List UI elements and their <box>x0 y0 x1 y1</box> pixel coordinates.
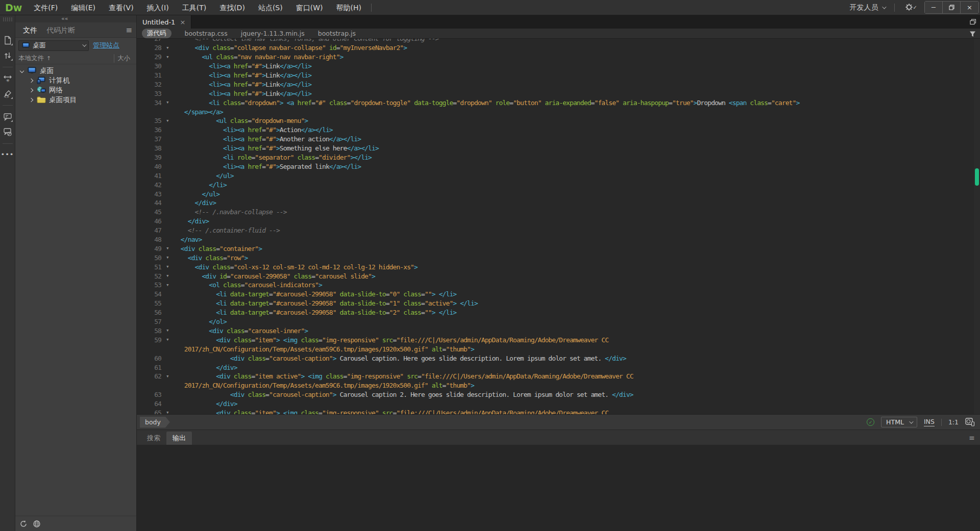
line-number[interactable]: 62 <box>137 372 161 380</box>
line-number[interactable]: 46 <box>137 217 161 225</box>
code-line-30[interactable]: 30 <li><a href="#">Link</a></li> <box>137 62 980 71</box>
menu-item-3[interactable]: 插入(I) <box>140 0 176 15</box>
line-number[interactable]: 50 <box>137 254 161 262</box>
code-line-wrap[interactable]: 2017/zh_CN/Configuration/Temp/Assets/eam… <box>137 344 980 353</box>
code-line-wrap[interactable]: 2017/zh_CN/Configuration/Temp/Assets/eam… <box>137 381 980 390</box>
line-number[interactable]: 30 <box>137 62 161 70</box>
line-number[interactable]: 48 <box>137 236 161 243</box>
code-line-52[interactable]: 52▼ <div id="carousel-299058" class="car… <box>137 271 980 281</box>
scrollbar-thumb[interactable] <box>975 168 979 186</box>
line-number[interactable]: 40 <box>137 163 161 170</box>
code-line-59[interactable]: 59▼ <div class="item"> <img class="img-r… <box>137 335 980 344</box>
code-fold-icon[interactable]: ▼ <box>161 274 174 278</box>
related-file[interactable]: jquery-1.11.3.min.js <box>241 30 305 37</box>
doctype-dropdown[interactable]: HTML <box>881 417 917 427</box>
code-line-32[interactable]: 32 <li><a href="#">Link</a></li> <box>137 80 980 89</box>
line-number[interactable]: 39 <box>137 154 161 161</box>
remove-comment-button[interactable] <box>2 126 13 138</box>
related-file[interactable]: bootstrap.js <box>318 30 356 37</box>
code-line-48[interactable]: 48 </nav> <box>137 235 980 244</box>
code-line-51[interactable]: 51▼ <div class="col-xs-12 col-sm-12 col-… <box>137 262 980 271</box>
code-line-55[interactable]: 55 <li data-target="#carousel-299058" da… <box>137 299 980 308</box>
code-fold-icon[interactable]: ▼ <box>161 46 174 50</box>
code-view[interactable]: 27 <!-- Collect the nav links, forms, an… <box>137 39 980 414</box>
menu-item-4[interactable]: 工具(T) <box>176 0 213 15</box>
tag-selector-body[interactable]: body <box>140 417 170 428</box>
code-line-64[interactable]: 64 </div> <box>137 399 980 409</box>
related-file-source[interactable]: 源代码 <box>142 29 172 38</box>
linting-ok-icon[interactable]: ✓ <box>867 418 874 426</box>
line-number[interactable]: 31 <box>137 71 161 79</box>
format-source-button[interactable]: <> <box>2 88 13 100</box>
code-fold-icon[interactable]: ▼ <box>161 246 174 250</box>
line-number[interactable]: 64 <box>137 400 161 408</box>
line-number[interactable]: 27 <box>137 39 161 42</box>
line-number[interactable]: 45 <box>137 208 161 216</box>
line-number[interactable]: 32 <box>137 81 161 88</box>
code-line-40[interactable]: 40 <li><a href="#">Separated link</a></l… <box>137 162 980 171</box>
insert-mode-indicator[interactable]: INS <box>924 418 935 426</box>
code-line-62[interactable]: 62▼ <div class="item active"> <img class… <box>137 372 980 381</box>
tree-item-桌面项目[interactable]: 桌面项目 <box>15 95 136 105</box>
line-number[interactable]: 61 <box>137 364 161 371</box>
menu-item-6[interactable]: 站点(S) <box>252 0 289 15</box>
code-fold-icon[interactable]: ▼ <box>161 55 174 59</box>
code-fold-icon[interactable]: ▼ <box>161 338 174 342</box>
line-number[interactable]: 33 <box>137 90 161 97</box>
column-local-files[interactable]: 本地文件 <box>18 54 44 63</box>
line-number[interactable]: 55 <box>137 299 161 307</box>
code-fold-icon[interactable]: ▼ <box>161 328 174 333</box>
code-line-42[interactable]: 42 </li> <box>137 180 980 189</box>
code-line-56[interactable]: 56 <li data-target="#carousel-299058" da… <box>137 308 980 317</box>
line-number[interactable]: 59 <box>137 336 161 344</box>
line-number[interactable]: 28 <box>137 44 161 52</box>
tab-snippets[interactable]: 代码片断 <box>42 22 80 38</box>
real-time-preview-icon[interactable] <box>965 418 975 426</box>
panel-menu-icon[interactable]: ≡ <box>969 434 975 442</box>
line-number[interactable]: 53 <box>137 281 161 289</box>
line-number[interactable]: 44 <box>137 199 161 207</box>
line-number[interactable]: 42 <box>137 181 161 189</box>
menu-item-8[interactable]: 帮助(H) <box>329 0 368 15</box>
panel-menu-icon[interactable]: ≡ <box>126 26 132 35</box>
code-line-45[interactable]: 45 <!-- /.navbar-collapse --> <box>137 208 980 217</box>
tab-files[interactable]: 文件 <box>18 22 42 38</box>
close-tab-icon[interactable]: × <box>180 18 185 26</box>
menu-item-1[interactable]: 编辑(E) <box>64 0 102 15</box>
column-size[interactable]: 大小 <box>117 54 130 63</box>
line-number[interactable]: 29 <box>137 53 161 61</box>
toolbar-gripper[interactable] <box>3 17 12 21</box>
code-line-35[interactable]: 35▼ <ul class="dropdown-menu"> <box>137 116 980 125</box>
code-fold-icon[interactable]: ▼ <box>161 256 174 260</box>
line-number[interactable]: 35 <box>137 117 161 124</box>
line-number[interactable]: 37 <box>137 135 161 143</box>
workspace-switcher[interactable]: 开发人员 <box>844 3 891 12</box>
code-line-28[interactable]: 28▼ <div class="collapse navbar-collapse… <box>137 43 980 53</box>
restore-button[interactable] <box>943 2 961 13</box>
related-file[interactable]: bootstrap.css <box>185 30 228 37</box>
minimize-button[interactable]: ─ <box>925 2 943 13</box>
tree-item-网络[interactable]: 网络 <box>15 85 136 95</box>
site-dropdown[interactable]: 桌面 <box>18 40 89 51</box>
code-line-47[interactable]: 47 <!-- /.container-fluid --> <box>137 226 980 235</box>
code-fold-icon[interactable]: ▼ <box>161 265 174 269</box>
code-line-53[interactable]: 53▼ <ol class="carousel-indicators"> <box>137 281 980 290</box>
tab-search[interactable]: 搜索 <box>141 432 166 445</box>
line-number[interactable]: 65 <box>137 409 161 414</box>
code-line-54[interactable]: 54 <li data-target="#carousel-299058" da… <box>137 290 980 299</box>
line-number[interactable]: 56 <box>137 309 161 316</box>
line-number[interactable]: 49 <box>137 245 161 252</box>
line-number[interactable]: 54 <box>137 290 161 298</box>
menu-item-7[interactable]: 窗口(W) <box>289 0 330 15</box>
line-number[interactable]: 52 <box>137 272 161 280</box>
collapse-panels-icon[interactable]: «« <box>61 16 68 21</box>
code-fold-icon[interactable]: ▼ <box>161 374 174 378</box>
line-number[interactable]: 51 <box>137 263 161 271</box>
tree-item-计算机[interactable]: 计算机 <box>15 75 136 85</box>
code-line-58[interactable]: 58▼ <div class="carousel-inner"> <box>137 326 980 336</box>
manage-sites-link[interactable]: 管理站点 <box>93 41 119 50</box>
code-line-37[interactable]: 37 <li><a href="#">Another action</a></l… <box>137 135 980 144</box>
customize-toolbar-button[interactable]: ••• <box>1 150 14 158</box>
expand-all-button[interactable]: ✳ <box>2 72 13 85</box>
code-line-31[interactable]: 31 <li><a href="#">Link</a></li> <box>137 71 980 80</box>
